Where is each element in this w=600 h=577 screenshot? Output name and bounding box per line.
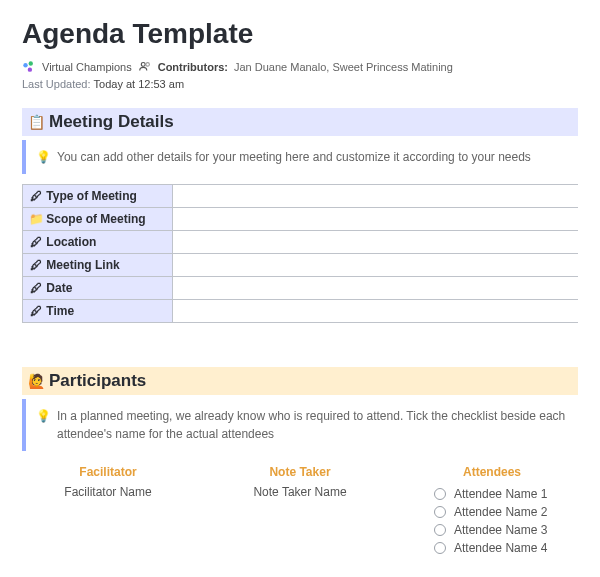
details-table-scroll[interactable]: 🖊 Type of Meeting📁 Scope of Meeting🖊 Loc… bbox=[22, 184, 578, 333]
pen-icon: 🖊 bbox=[29, 258, 43, 272]
attendee-name: Attendee Name 4 bbox=[454, 541, 547, 555]
table-row: 🖊 Meeting Link bbox=[23, 254, 579, 277]
svg-point-2 bbox=[28, 67, 32, 71]
table-row: 🖊 Time bbox=[23, 300, 579, 323]
attendee-name: Attendee Name 3 bbox=[454, 523, 547, 537]
participants-grid: Facilitator Note Taker Attendees Facilit… bbox=[22, 461, 578, 557]
detail-label-cell: 🖊 Time bbox=[23, 300, 173, 323]
clipboard-icon: 📋 bbox=[28, 114, 45, 130]
svg-point-3 bbox=[141, 62, 145, 66]
notetaker-value[interactable]: Note Taker Name bbox=[214, 485, 386, 557]
detail-label: Date bbox=[46, 281, 72, 295]
list-item: Attendee Name 4 bbox=[406, 539, 578, 557]
detail-label: Location bbox=[46, 235, 96, 249]
detail-value-cell[interactable] bbox=[173, 231, 579, 254]
participants-tip-text: In a planned meeting, we already know wh… bbox=[57, 407, 568, 443]
last-updated-label: Last Updated: bbox=[22, 78, 91, 90]
attendee-checkbox[interactable] bbox=[434, 488, 446, 500]
detail-value-cell[interactable] bbox=[173, 277, 579, 300]
attendee-name: Attendee Name 2 bbox=[454, 505, 547, 519]
contributors-label: Contributors: bbox=[158, 61, 228, 73]
svg-point-1 bbox=[29, 61, 33, 65]
svg-point-4 bbox=[146, 63, 150, 67]
contributors-icon bbox=[138, 60, 152, 74]
meeting-details-tip-text: You can add other details for your meeti… bbox=[57, 148, 531, 166]
table-row: 🖊 Date bbox=[23, 277, 579, 300]
lightbulb-icon: 💡 bbox=[36, 407, 51, 443]
attendee-name: Attendee Name 1 bbox=[454, 487, 547, 501]
detail-label-cell: 🖊 Date bbox=[23, 277, 173, 300]
pen-icon: 🖊 bbox=[29, 235, 43, 249]
meeting-details-table: 🖊 Type of Meeting📁 Scope of Meeting🖊 Loc… bbox=[22, 184, 578, 323]
facilitator-col-head: Facilitator bbox=[22, 461, 194, 485]
detail-value-cell[interactable] bbox=[173, 185, 579, 208]
table-row: 🖊 Location bbox=[23, 231, 579, 254]
detail-label: Type of Meeting bbox=[46, 189, 136, 203]
owner-name: Virtual Champions bbox=[42, 61, 132, 73]
last-updated-stamp: Today at 12:53 am bbox=[94, 78, 185, 90]
attendees-col-head: Attendees bbox=[406, 461, 578, 485]
pen-icon: 🖊 bbox=[29, 304, 43, 318]
participants-heading: Participants bbox=[49, 371, 146, 391]
notetaker-col-head: Note Taker bbox=[214, 461, 386, 485]
meeting-details-header: 📋 Meeting Details bbox=[22, 108, 578, 136]
list-item: Attendee Name 1 bbox=[406, 485, 578, 503]
contributors-names: Jan Duane Manalo, Sweet Princess Matinin… bbox=[234, 61, 453, 73]
pen-icon: 🖊 bbox=[29, 189, 43, 203]
svg-point-0 bbox=[23, 63, 27, 67]
folder-icon: 📁 bbox=[29, 212, 43, 226]
attendee-list: Attendee Name 1Attendee Name 2Attendee N… bbox=[406, 485, 578, 557]
lightbulb-icon: 💡 bbox=[36, 148, 51, 166]
detail-label: Time bbox=[46, 304, 74, 318]
raising-hand-icon: 🙋 bbox=[28, 373, 45, 389]
detail-value-cell[interactable] bbox=[173, 208, 579, 231]
pen-icon: 🖊 bbox=[29, 281, 43, 295]
attendee-checkbox[interactable] bbox=[434, 506, 446, 518]
attendee-checkbox[interactable] bbox=[434, 542, 446, 554]
detail-label: Meeting Link bbox=[46, 258, 119, 272]
participants-tip: 💡 In a planned meeting, we already know … bbox=[22, 399, 578, 451]
detail-value-cell[interactable] bbox=[173, 254, 579, 277]
detail-value-cell[interactable] bbox=[173, 300, 579, 323]
detail-label-cell: 📁 Scope of Meeting bbox=[23, 208, 173, 231]
table-row: 📁 Scope of Meeting bbox=[23, 208, 579, 231]
owner-avatar-icon bbox=[22, 60, 36, 74]
last-updated: Last Updated: Today at 12:53 am bbox=[22, 78, 578, 90]
byline: Virtual Champions Contributors: Jan Duan… bbox=[22, 60, 578, 74]
detail-label-cell: 🖊 Meeting Link bbox=[23, 254, 173, 277]
detail-label-cell: 🖊 Type of Meeting bbox=[23, 185, 173, 208]
table-row: 🖊 Type of Meeting bbox=[23, 185, 579, 208]
page-title: Agenda Template bbox=[22, 18, 578, 50]
facilitator-value[interactable]: Facilitator Name bbox=[22, 485, 194, 557]
list-item: Attendee Name 2 bbox=[406, 503, 578, 521]
participants-header: 🙋 Participants bbox=[22, 367, 578, 395]
meeting-details-tip: 💡 You can add other details for your mee… bbox=[22, 140, 578, 174]
meeting-details-heading: Meeting Details bbox=[49, 112, 174, 132]
detail-label: Scope of Meeting bbox=[46, 212, 145, 226]
list-item: Attendee Name 3 bbox=[406, 521, 578, 539]
detail-label-cell: 🖊 Location bbox=[23, 231, 173, 254]
attendee-checkbox[interactable] bbox=[434, 524, 446, 536]
